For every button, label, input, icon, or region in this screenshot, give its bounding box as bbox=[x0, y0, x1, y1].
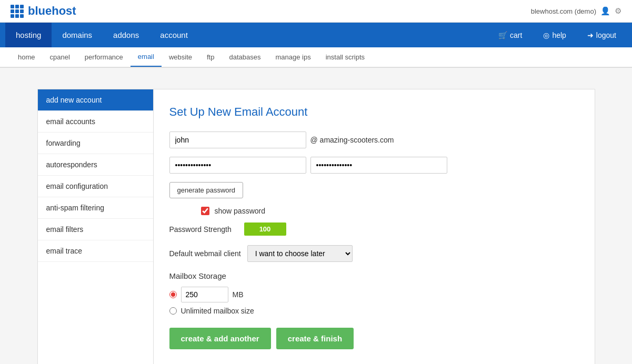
main-nav: hosting domains addons account 🛒 cart ◎ … bbox=[0, 23, 632, 47]
generate-password-row: generate password bbox=[169, 182, 579, 198]
nav-account[interactable]: account bbox=[149, 23, 198, 47]
storage-title: Mailbox Storage bbox=[169, 271, 579, 280]
subnav-install-scripts[interactable]: install scripts bbox=[318, 48, 372, 66]
email-row: @ amazing-scooters.com bbox=[169, 132, 579, 148]
subnav-manage-ips[interactable]: manage ips bbox=[268, 48, 318, 66]
password-strength-label: Password Strength bbox=[169, 225, 238, 234]
storage-unlimited-row: Unlimited mailbox size bbox=[169, 307, 579, 315]
subnav-performance[interactable]: performance bbox=[77, 48, 131, 66]
sidebar-item-forwarding[interactable]: forwarding bbox=[38, 133, 153, 154]
panel-title: Set Up New Email Account bbox=[169, 105, 579, 119]
password-strength-bar: 100 bbox=[244, 223, 286, 236]
password-input[interactable] bbox=[169, 157, 306, 174]
password-row bbox=[169, 157, 579, 174]
user-icon[interactable]: 👤 bbox=[600, 6, 610, 16]
show-password-checkbox[interactable] bbox=[201, 207, 209, 215]
subnav-email[interactable]: email bbox=[131, 47, 162, 67]
sidebar-item-autoresponders[interactable]: autoresponders bbox=[38, 154, 153, 176]
storage-amount-row: MB bbox=[169, 287, 579, 302]
nav-cart[interactable]: 🛒 cart bbox=[488, 23, 533, 47]
create-add-another-button[interactable]: create & add another bbox=[169, 328, 271, 349]
sidebar-item-email-trace[interactable]: email trace bbox=[38, 240, 153, 262]
cart-icon: 🛒 bbox=[498, 31, 507, 39]
sub-nav: home cpanel performance email website ft… bbox=[0, 47, 632, 68]
nav-domains[interactable]: domains bbox=[52, 23, 103, 47]
storage-unlimited-label: Unlimited mailbox size bbox=[181, 307, 254, 315]
nav-hosting[interactable]: hosting bbox=[5, 23, 52, 47]
sidebar: add new account email accounts forwardin… bbox=[37, 89, 153, 364]
gear-icon[interactable]: ⚙ bbox=[615, 6, 621, 16]
logo-area: bluehost bbox=[11, 4, 76, 18]
sidebar-item-add-new-account[interactable]: add new account bbox=[38, 89, 153, 111]
subnav-databases[interactable]: databases bbox=[222, 48, 268, 66]
nav-right-links: 🛒 cart ◎ help ➜ logout bbox=[488, 23, 627, 47]
logo-grid-icon bbox=[11, 5, 24, 18]
create-finish-button[interactable]: create & finish bbox=[276, 328, 354, 349]
show-password-row: show password bbox=[169, 207, 579, 215]
show-password-label: show password bbox=[215, 207, 266, 215]
logout-icon: ➜ bbox=[587, 31, 594, 39]
email-input[interactable] bbox=[169, 132, 306, 148]
password-strength-row: Password Strength 100 bbox=[169, 223, 579, 236]
sidebar-item-anti-spam[interactable]: anti-spam filtering bbox=[38, 197, 153, 219]
help-icon: ◎ bbox=[543, 31, 549, 39]
webmail-label: Default webmail client bbox=[169, 249, 241, 258]
email-domain: @ amazing-scooters.com bbox=[310, 136, 394, 144]
page-content: add new account email accounts forwardin… bbox=[27, 78, 606, 364]
storage-unit-label: MB bbox=[233, 290, 244, 299]
sidebar-item-email-configuration[interactable]: email configuration bbox=[38, 176, 153, 197]
storage-section: Mailbox Storage MB Unlimited mailbox siz… bbox=[169, 271, 579, 315]
webmail-select[interactable]: I want to choose later Horde RoundCube S… bbox=[247, 245, 353, 262]
subnav-cpanel[interactable]: cpanel bbox=[43, 48, 77, 66]
subnav-website[interactable]: website bbox=[162, 48, 199, 66]
subnav-ftp[interactable]: ftp bbox=[199, 48, 222, 66]
logo-text: bluehost bbox=[28, 4, 76, 18]
nav-help[interactable]: ◎ help bbox=[533, 23, 576, 47]
subnav-home[interactable]: home bbox=[11, 48, 43, 66]
user-info: blewhost.com (demo) 👤 ⚙ bbox=[531, 6, 621, 16]
user-domain-text: blewhost.com (demo) bbox=[531, 7, 596, 15]
nav-logout[interactable]: ➜ logout bbox=[577, 23, 627, 47]
generate-password-button[interactable]: generate password bbox=[169, 182, 244, 198]
top-header: bluehost blewhost.com (demo) 👤 ⚙ bbox=[0, 0, 632, 23]
sidebar-item-email-filters[interactable]: email filters bbox=[38, 219, 153, 240]
storage-unlimited-radio[interactable] bbox=[169, 307, 177, 315]
storage-amount-input[interactable] bbox=[181, 287, 228, 302]
sidebar-item-email-accounts[interactable]: email accounts bbox=[38, 111, 153, 133]
storage-amount-radio[interactable] bbox=[169, 291, 177, 298]
main-panel: Set Up New Email Account @ amazing-scoot… bbox=[153, 89, 595, 364]
webmail-row: Default webmail client I want to choose … bbox=[169, 245, 579, 262]
action-buttons: create & add another create & finish bbox=[169, 328, 579, 349]
password-confirm-input[interactable] bbox=[310, 157, 447, 174]
nav-addons[interactable]: addons bbox=[103, 23, 149, 47]
